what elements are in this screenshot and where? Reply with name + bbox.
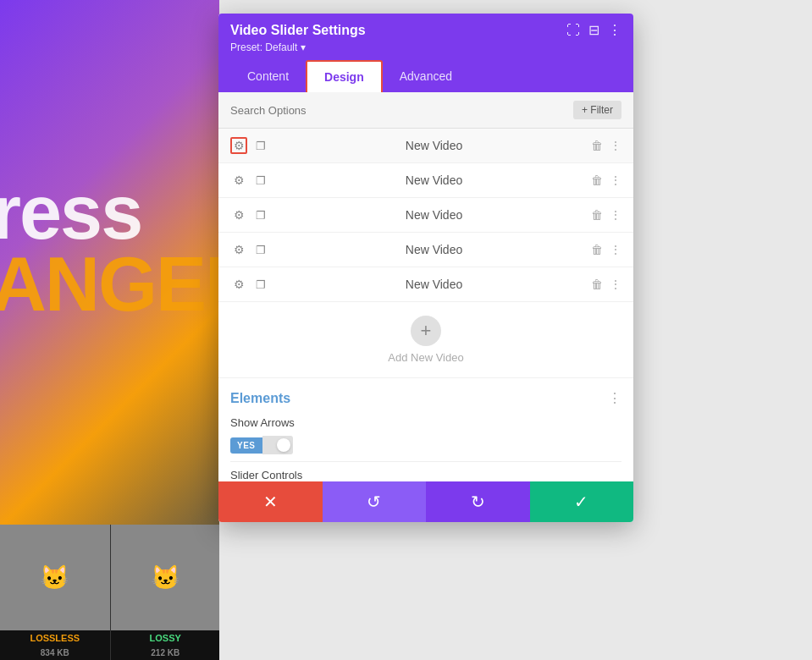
duplicate-icon-4[interactable]: ❐	[252, 241, 269, 258]
video-name-4: New Video	[277, 243, 591, 256]
video-row-icons-1: ⚙ ❐	[230, 137, 277, 154]
cancel-button[interactable]: ✕	[218, 481, 323, 522]
video-row: ⚙ ❐ New Video 🗑 ⋮	[218, 129, 633, 163]
bottom-images: 🐱 LOSSLESS 834 KB 🐱 LOSSY 212 KB	[0, 525, 220, 660]
gear-icon-2[interactable]: ⚙	[230, 172, 247, 189]
duplicate-icon-3[interactable]: ❐	[252, 206, 269, 223]
more-options-icon[interactable]: ⋮	[608, 22, 621, 38]
bg-text-anger: ANGER	[0, 241, 220, 328]
video-name-3: New Video	[277, 208, 591, 222]
lossless-label: LOSSLESS	[27, 630, 82, 646]
delete-icon-1[interactable]: 🗑	[591, 139, 603, 152]
gear-icon-4[interactable]: ⚙	[230, 241, 247, 258]
filter-button[interactable]: + Filter	[573, 101, 621, 119]
video-row-actions-1: 🗑 ⋮	[591, 139, 621, 152]
video-row-icons-4: ⚙ ❐	[230, 241, 277, 258]
modal-tabs: Content Design Advanced	[230, 60, 621, 92]
modal-panel: Video Slider Settings ⛶ ⊟ ⋮ Preset: Defa…	[218, 14, 633, 522]
video-name-5: New Video	[277, 278, 591, 291]
elements-section: Elements ⋮ Show Arrows YES Slider Contro…	[218, 378, 633, 481]
more-icon-2[interactable]: ⋮	[610, 173, 621, 187]
expand-icon[interactable]: ⛶	[566, 23, 580, 38]
video-row: ⚙ ❐ New Video 🗑 ⋮	[218, 163, 633, 198]
image-lossless: 🐱 LOSSLESS 834 KB	[0, 525, 111, 660]
video-row-actions-2: 🗑 ⋮	[591, 173, 621, 187]
modal-header: Video Slider Settings ⛶ ⊟ ⋮ Preset: Defa…	[218, 14, 633, 92]
toggle-yes-label: YES	[230, 437, 262, 454]
more-icon-1[interactable]: ⋮	[610, 139, 621, 152]
add-video-label: Add New Video	[388, 351, 463, 364]
gear-icon-1[interactable]: ⚙	[230, 137, 247, 154]
video-name-1: New Video	[277, 139, 591, 152]
duplicate-icon-5[interactable]: ❐	[252, 276, 269, 293]
elements-more-icon[interactable]: ⋮	[608, 390, 621, 406]
video-row-actions-3: 🗑 ⋮	[591, 208, 621, 222]
video-row-actions-5: 🗑 ⋮	[591, 278, 621, 291]
toggle-switch[interactable]	[262, 436, 293, 454]
preset-selector[interactable]: Preset: Default	[230, 41, 621, 53]
video-row-icons-2: ⚙ ❐	[230, 172, 277, 189]
columns-icon[interactable]: ⊟	[588, 22, 599, 38]
elements-title: Elements	[230, 391, 290, 406]
confirm-button[interactable]: ✓	[530, 481, 634, 522]
delete-icon-2[interactable]: 🗑	[591, 173, 603, 187]
more-icon-5[interactable]: ⋮	[610, 278, 621, 291]
search-bar: + Filter	[218, 92, 633, 129]
toggle-container: YES	[230, 436, 621, 454]
add-video-section: + Add New Video	[218, 302, 633, 378]
modal-title-icons: ⛶ ⊟ ⋮	[566, 22, 621, 38]
tab-content[interactable]: Content	[230, 60, 306, 92]
video-row: ⚙ ❐ New Video 🗑 ⋮	[218, 198, 633, 233]
lossless-size: 834 KB	[38, 646, 72, 660]
video-row-icons-5: ⚙ ❐	[230, 276, 277, 293]
video-row-actions-4: 🗑 ⋮	[591, 243, 621, 256]
cat-image-lossy: 🐱	[111, 525, 221, 630]
divider	[230, 461, 621, 462]
elements-header: Elements ⋮	[230, 390, 621, 406]
duplicate-icon-2[interactable]: ❐	[252, 172, 269, 189]
modal-footer: ✕ ↺ ↻ ✓	[218, 481, 633, 522]
redo-button[interactable]: ↻	[426, 481, 530, 522]
more-icon-4[interactable]: ⋮	[610, 243, 621, 256]
delete-icon-5[interactable]: 🗑	[591, 278, 603, 291]
lossy-label: LOSSY	[147, 630, 184, 646]
image-lossy: 🐱 LOSSY 212 KB	[111, 525, 221, 660]
cat-image-lossless: 🐱	[0, 525, 110, 630]
delete-icon-4[interactable]: 🗑	[591, 243, 603, 256]
gear-icon-3[interactable]: ⚙	[230, 206, 247, 223]
add-video-button[interactable]: +	[411, 316, 441, 346]
undo-button[interactable]: ↺	[323, 481, 427, 522]
left-background: ress ANGER 🐱 LOSSLESS 834 KB 🐱 LOSSY 212…	[0, 0, 220, 660]
lossy-size: 212 KB	[148, 646, 182, 660]
tab-advanced[interactable]: Advanced	[383, 60, 469, 92]
slider-controls-label: Slider Controls	[230, 469, 621, 481]
video-row-icons-3: ⚙ ❐	[230, 206, 277, 223]
modal-title: Video Slider Settings	[230, 23, 366, 38]
gear-icon-5[interactable]: ⚙	[230, 276, 247, 293]
modal-title-row: Video Slider Settings ⛶ ⊟ ⋮	[230, 22, 621, 38]
video-row: ⚙ ❐ New Video 🗑 ⋮	[218, 267, 633, 302]
duplicate-icon-1[interactable]: ❐	[252, 137, 269, 154]
delete-icon-3[interactable]: 🗑	[591, 208, 603, 222]
video-row: ⚙ ❐ New Video 🗑 ⋮	[218, 233, 633, 267]
search-input[interactable]	[230, 104, 573, 117]
video-list: ⚙ ❐ New Video 🗑 ⋮ ⚙ ❐ New Video 🗑 ⋮ ⚙	[218, 129, 633, 302]
video-name-2: New Video	[277, 173, 591, 187]
tab-design[interactable]: Design	[306, 60, 383, 92]
more-icon-3[interactable]: ⋮	[610, 208, 621, 222]
show-arrows-label: Show Arrows	[230, 416, 621, 429]
